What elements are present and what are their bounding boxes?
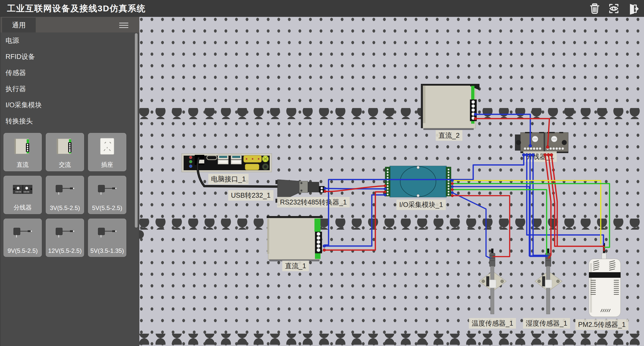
label-pm25-sensor-1[interactable]: PM2.5传感器_1	[575, 319, 628, 330]
device-io-module-1[interactable]	[385, 166, 451, 197]
splitter-icon	[11, 176, 34, 203]
focus-view-icon	[608, 2, 620, 15]
exit-icon	[627, 2, 639, 15]
sidebar-tab-strip: 通用	[1, 17, 139, 32]
power-adapter-icon	[53, 219, 76, 247]
device-card-label: 3V(5.5-2.5)	[50, 204, 80, 212]
label-dc-power-2[interactable]: 直流_2	[436, 130, 462, 141]
label-io-module-1[interactable]: I/O采集模块_1	[396, 199, 446, 210]
device-card-adapter-9v[interactable]: 9V(5.5-2.5)	[4, 219, 42, 257]
device-library-sidebar: 通用 电源 RFID设备 传感器 执行器 I/O采集模块 转换接头	[0, 17, 139, 346]
device-card-label: 插座	[101, 161, 113, 169]
app-title: 工业互联网设备及接线3D仿真系统	[7, 0, 146, 17]
sidebar-scrollbar[interactable]	[135, 33, 138, 228]
device-card-label: 5V(3.5-1.35)	[90, 247, 124, 254]
sidebar-item-sensor[interactable]: 传感器	[1, 65, 131, 81]
device-dc-power-1[interactable]	[267, 216, 323, 261]
device-card-adapter-3v[interactable]: 3V(5.5-2.5)	[46, 176, 84, 214]
device-card-label: 9V(5.5-2.5)	[8, 247, 38, 254]
tab-general[interactable]: 通用	[2, 18, 36, 32]
device-card-adapter-5v[interactable]: 5V(5.5-2.5)	[88, 176, 126, 214]
device-card-label: 12V(5.5-2.5)	[48, 247, 82, 254]
device-card-label: 交流	[59, 161, 71, 169]
device-card-grid: 直流 交流	[4, 133, 129, 257]
delete-icon	[588, 2, 601, 15]
device-card-ac-power[interactable]: 交流	[46, 133, 84, 171]
device-dc-power-2[interactable]	[421, 84, 479, 130]
simulation-app: 工业互联网设备及接线3D仿真系统	[0, 0, 644, 346]
exit-button[interactable]	[626, 2, 639, 15]
label-temp-sensor-1[interactable]: 温度传感器_1	[469, 318, 516, 329]
dc-power-icon	[11, 133, 34, 161]
device-card-adapter-5v-small[interactable]: 5V(3.5-1.35)	[88, 219, 126, 257]
menu-icon[interactable]	[119, 21, 128, 28]
socket-icon	[96, 133, 119, 161]
device-card-splitter[interactable]: 分线器	[4, 176, 42, 214]
device-card-label: 直流	[17, 161, 29, 169]
category-menu: 电源 RFID设备 传感器 执行器 I/O采集模块 转换接头	[1, 32, 131, 129]
sidebar-item-converter[interactable]: 转换接头	[1, 113, 131, 129]
top-bar: 工业互联网设备及接线3D仿真系统	[0, 0, 644, 17]
sidebar-item-power[interactable]: 电源	[1, 32, 131, 49]
device-card-label: 分线器	[14, 203, 32, 212]
device-card-adapter-12v[interactable]: 12V(5.5-2.5)	[46, 219, 84, 257]
simulation-canvas[interactable]: 直流_2 电脑接口_1 USB转232_1 RS232转485转换器_1 I/O…	[139, 17, 644, 346]
device-card-dc-power[interactable]: 直流	[4, 133, 42, 171]
sidebar-item-rfid[interactable]: RFID设备	[1, 49, 131, 65]
label-dc-power-1[interactable]: 直流_1	[282, 261, 309, 271]
ac-power-icon	[53, 133, 76, 161]
device-pc-interface-1[interactable]	[182, 154, 272, 172]
sidebar-item-io-module[interactable]: I/O采集模块	[1, 97, 131, 113]
label-humidity-sensor-1[interactable]: 湿度传感器_1	[523, 318, 570, 329]
power-adapter-icon	[96, 219, 119, 247]
toolbar-icons	[588, 2, 639, 15]
delete-button[interactable]	[588, 2, 601, 15]
device-card-socket[interactable]: 插座	[88, 133, 126, 171]
power-adapter-icon	[53, 176, 76, 204]
power-adapter-icon	[11, 219, 34, 247]
sidebar-item-actuator[interactable]: 执行器	[1, 81, 131, 97]
label-usb-232-1[interactable]: USB转232_1	[228, 190, 273, 201]
device-pm25-sensor-1[interactable]	[589, 253, 621, 317]
device-card-label: 5V(5.5-2.5)	[92, 204, 122, 212]
label-rs232-485-converter-1[interactable]: RS232转485转换器_1	[277, 197, 350, 207]
device-splitter-1[interactable]	[515, 132, 568, 153]
label-splitter-1[interactable]: 分线器_1	[523, 151, 557, 162]
power-adapter-icon	[96, 176, 119, 204]
label-pc-interface-1[interactable]: 电脑接口_1	[208, 174, 249, 184]
focus-view-button[interactable]	[607, 2, 620, 15]
